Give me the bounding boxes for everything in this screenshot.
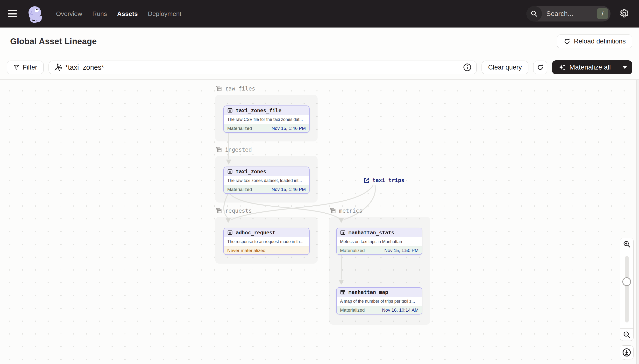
zoom-slider[interactable] <box>620 250 634 328</box>
vertical-scrollbar[interactable] <box>636 80 639 364</box>
nav-item-deployment[interactable]: Deployment <box>148 10 181 18</box>
search-icon <box>526 6 542 22</box>
sparkle-icon <box>558 64 566 71</box>
asset-node-manhattan-stats[interactable]: manhattan_stats Metrics on taxi trips in… <box>336 228 422 255</box>
primary-nav: Overview Runs Assets Deployment <box>56 10 181 18</box>
status-badge: Materialized <box>340 308 365 313</box>
settings-gear-icon[interactable] <box>619 8 630 19</box>
external-asset-taxi-trips[interactable]: taxi_trips <box>363 177 404 184</box>
asset-description: Metrics on taxi trips in Manhattan <box>337 237 422 246</box>
materialization-timestamp[interactable]: Nov 15, 1:46 PM <box>271 126 306 131</box>
materialization-timestamp[interactable]: Nov 15, 1:46 PM <box>271 187 306 192</box>
status-badge: Materialized <box>340 248 365 253</box>
asset-node-adhoc-request[interactable]: adhoc_request The response to an request… <box>223 228 310 255</box>
lineage-toolbar: Filter Clear query Materialize all <box>0 55 639 80</box>
asset-name: taxi_zones_file <box>236 108 282 114</box>
lineage-query-icon <box>54 63 62 72</box>
table-icon <box>340 290 346 295</box>
zoom-out-button[interactable] <box>620 328 634 341</box>
table-group-icon <box>330 207 336 214</box>
nav-item-runs[interactable]: Runs <box>92 10 107 18</box>
materialization-timestamp[interactable]: Nov 16, 10:14 AM <box>382 308 418 313</box>
asset-name: taxi_trips <box>372 177 404 183</box>
zoom-slider-handle[interactable] <box>622 277 631 286</box>
group-name: ingested <box>225 146 252 153</box>
query-info-icon[interactable] <box>463 63 472 72</box>
group-name: metrics <box>339 208 362 214</box>
asset-node-taxi-zones[interactable]: taxi_zones The raw taxi zones dataset, l… <box>223 166 310 194</box>
zoom-slider-track[interactable] <box>625 256 628 322</box>
materialize-all-button[interactable]: Materialize all <box>552 60 617 74</box>
group-label-ingested[interactable]: ingested <box>216 146 252 153</box>
search-shortcut-badge: / <box>597 8 608 19</box>
asset-name: manhattan_map <box>348 290 388 295</box>
filter-button[interactable]: Filter <box>7 60 44 74</box>
group-name: raw_files <box>225 86 255 92</box>
nav-item-assets[interactable]: Assets <box>117 10 138 18</box>
page-title: Global Asset Lineage <box>10 36 97 46</box>
chevron-down-icon <box>622 66 627 69</box>
table-group-icon <box>216 146 222 153</box>
asset-name: adhoc_request <box>236 230 275 236</box>
asset-query-field[interactable] <box>49 60 477 74</box>
status-badge: Materialized <box>227 126 252 131</box>
hamburger-menu-icon[interactable] <box>8 10 17 18</box>
zoom-in-button[interactable] <box>620 238 634 250</box>
status-badge: Materialized <box>227 187 252 192</box>
asset-name: manhattan_stats <box>348 230 394 236</box>
table-group-icon <box>216 207 222 214</box>
global-search[interactable]: Search... / <box>526 6 610 22</box>
materialization-timestamp[interactable]: Nov 15, 1:50 PM <box>384 248 418 253</box>
reload-definitions-label: Reload definitions <box>574 38 626 45</box>
materialize-all-label: Materialize all <box>569 64 611 71</box>
zoom-in-icon <box>623 240 630 248</box>
table-icon <box>227 169 233 174</box>
clear-query-label: Clear query <box>488 64 522 71</box>
filter-funnel-icon <box>13 64 20 71</box>
download-view-button[interactable] <box>620 346 634 360</box>
nav-item-overview[interactable]: Overview <box>56 10 82 18</box>
reload-definitions-button[interactable]: Reload definitions <box>557 34 632 48</box>
materialize-options-dropdown[interactable] <box>617 60 632 74</box>
status-badge: Never materialized <box>227 248 265 253</box>
refresh-graph-button[interactable] <box>533 60 547 74</box>
external-link-icon <box>363 177 369 184</box>
refresh-icon <box>563 38 571 45</box>
asset-node-taxi-zones-file[interactable]: taxi_zones_file The raw CSV file for the… <box>223 106 310 133</box>
zoom-out-icon <box>623 331 630 338</box>
lineage-graph-canvas[interactable]: raw_files ingested requests metrics taxi… <box>0 80 639 364</box>
dagster-logo-icon[interactable] <box>26 4 45 23</box>
lineage-edges <box>0 80 639 364</box>
table-group-icon <box>216 85 222 92</box>
filter-label: Filter <box>23 64 37 71</box>
table-icon <box>227 108 233 113</box>
asset-description: A map of the number of trips per taxi z.… <box>337 297 422 306</box>
table-icon <box>340 230 346 235</box>
refresh-icon <box>537 64 544 71</box>
group-label-requests[interactable]: requests <box>216 207 252 214</box>
asset-description: The raw taxi zones dataset, loaded int..… <box>224 176 309 186</box>
group-label-raw-files[interactable]: raw_files <box>216 85 255 92</box>
asset-description: The raw CSV file for the taxi zones dat.… <box>224 115 309 124</box>
search-placeholder: Search... <box>546 10 597 18</box>
asset-description: The response to an request made in th... <box>224 237 309 246</box>
materialize-all-split-button: Materialize all <box>552 60 632 74</box>
asset-name: taxi_zones <box>236 169 266 174</box>
download-icon <box>622 348 631 357</box>
table-icon <box>227 230 233 235</box>
page-header: Global Asset Lineage Reload definitions <box>0 28 639 55</box>
group-label-metrics[interactable]: metrics <box>330 207 362 214</box>
group-name: requests <box>225 208 252 214</box>
asset-query-input[interactable] <box>65 64 460 72</box>
clear-query-button[interactable]: Clear query <box>481 60 528 74</box>
top-nav: Overview Runs Assets Deployment Search..… <box>0 0 639 28</box>
asset-node-manhattan-map[interactable]: manhattan_map A map of the number of tri… <box>336 287 422 314</box>
